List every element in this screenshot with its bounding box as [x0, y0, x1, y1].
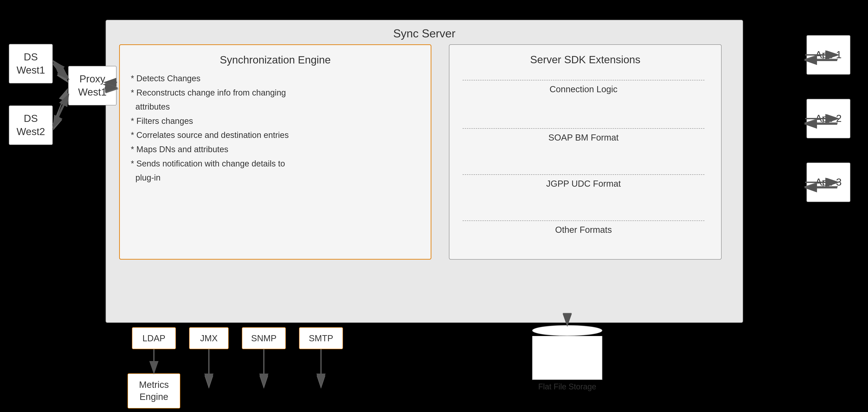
ds-west1-box: DS West1: [9, 44, 53, 83]
sync-server-box: Sync Server Synchronization Engine * Det…: [105, 20, 743, 323]
ds-west1-label: DS West1: [17, 50, 45, 77]
sdk-item-soap: SOAP BM Format: [463, 128, 705, 142]
cylinder-top: [532, 325, 602, 336]
arrow-proxy-to-ds1: [54, 62, 68, 78]
metrics-engine-label: Metrics Engine: [139, 379, 168, 403]
sdk-extensions-box: Server SDK Extensions Connection Logic S…: [449, 44, 721, 260]
sdk-item-jgpp: JGPP UDC Format: [463, 174, 705, 188]
sync-engine-label: Synchronization Engine: [220, 54, 331, 66]
metrics-engine-box: Metrics Engine: [127, 373, 180, 409]
app1-box: App 1: [806, 35, 850, 75]
jmx-box: JMX: [189, 327, 229, 349]
sdk-item-connection-logic: Connection Logic: [463, 80, 705, 94]
proxy-west1-label: Proxy West1: [78, 72, 106, 99]
sdk-item-other: Other Formats: [463, 220, 705, 235]
flat-file-label: Flat File Storage: [538, 382, 596, 391]
proxy-west1-box: Proxy West1: [68, 66, 117, 105]
app3-box: App 3: [806, 163, 850, 202]
app1-label: App 1: [815, 48, 842, 62]
bullet-3: * Filters changes: [131, 114, 289, 128]
ldap-label: LDAP: [143, 333, 165, 344]
app2-box: App 2: [806, 99, 850, 138]
app2-label: App 2: [815, 112, 842, 125]
ldap-box: LDAP: [132, 327, 176, 349]
snmp-label: SNMP: [251, 333, 277, 344]
jmx-label: JMX: [200, 333, 218, 344]
snmp-box: SNMP: [242, 327, 286, 349]
path-ds2-proxy: [53, 95, 69, 125]
bullet-5: * Maps DNs and attributes: [131, 142, 289, 157]
sync-engine-content: * Detects Changes * Reconstructs change …: [131, 71, 289, 185]
path-proxy-ds2: [53, 97, 68, 127]
flat-file-storage: Flat File Storage: [532, 325, 602, 391]
ds-west2-label: DS West2: [17, 112, 45, 138]
bullet-4: * Correlates source and destination entr…: [131, 128, 289, 142]
sync-engine-box: Synchronization Engine * Detects Changes…: [119, 44, 431, 260]
app3-label: App 3: [815, 176, 842, 189]
ds-west2-box: DS West2: [9, 105, 53, 145]
cylinder-body: [532, 336, 602, 380]
diagram-area: Sync Server Synchronization Engine * Det…: [0, 0, 868, 412]
smtp-box: SMTP: [299, 327, 343, 349]
smtp-label: SMTP: [309, 333, 333, 344]
bullet-1: * Detects Changes: [131, 71, 289, 85]
sync-server-label: Sync Server: [393, 27, 455, 40]
bullet-2: * Reconstructs change info from changing…: [131, 85, 289, 114]
arrow-ds1-to-proxy: [53, 64, 67, 81]
sdk-extensions-label: Server SDK Extensions: [530, 54, 641, 66]
path-proxy-ds1: [53, 62, 68, 77]
arrow-ds2-to-proxy: [53, 90, 67, 125]
bullet-6: * Sends notification with change details…: [131, 157, 289, 185]
arrow-proxy-to-ds2: [54, 93, 68, 129]
path-ds1-proxy: [53, 64, 69, 79]
